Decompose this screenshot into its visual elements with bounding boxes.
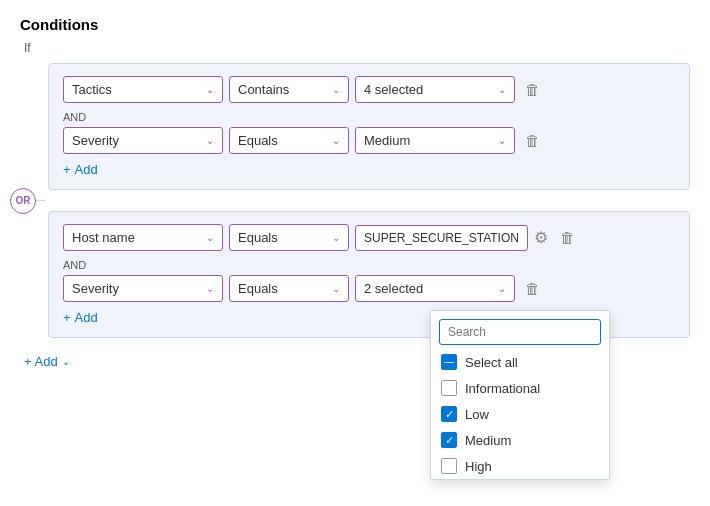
- chevron-down-icon: ⌄: [206, 283, 214, 294]
- condition-row-1-2: Severity ⌄ Equals ⌄ Medium ⌄ 🗑: [63, 127, 675, 154]
- page-title: Conditions: [20, 16, 690, 33]
- checkbox-informational[interactable]: [441, 380, 457, 396]
- operator-select-contains[interactable]: Contains ⌄: [229, 76, 349, 103]
- field-select-severity-2[interactable]: Severity ⌄: [63, 275, 223, 302]
- caret-down-icon: ⌄: [62, 356, 70, 367]
- chevron-down-icon: ⌄: [206, 135, 214, 146]
- conditions-page: Conditions If Tactics ⌄ Contains ⌄ 4 sel…: [0, 0, 710, 385]
- field-select-tactics[interactable]: Tactics ⌄: [63, 76, 223, 103]
- checkbox-high[interactable]: [441, 458, 457, 474]
- or-connector: OR: [26, 200, 690, 201]
- field-select-severity-1[interactable]: Severity ⌄: [63, 127, 223, 154]
- chevron-down-icon: ⌄: [332, 232, 340, 243]
- delete-row-2-2-button[interactable]: 🗑: [521, 278, 544, 299]
- operator-select-equals-1[interactable]: Equals ⌄: [229, 127, 349, 154]
- and-label-1: AND: [63, 111, 675, 123]
- value-select-4selected[interactable]: 4 selected ⌄: [355, 76, 515, 103]
- field-select-hostname[interactable]: Host name ⌄: [63, 224, 223, 251]
- if-label: If: [24, 41, 690, 55]
- dropdown-item-high[interactable]: High: [431, 453, 609, 479]
- condition-row-2-1: Host name ⌄ Equals ⌄ SUPER_SECURE_STATIO…: [63, 224, 675, 251]
- condition-row-2-2: Severity ⌄ Equals ⌄ 2 selected ⌄ 🗑: [63, 275, 675, 302]
- checkbox-low[interactable]: [441, 406, 457, 422]
- delete-row-2-1-button[interactable]: 🗑: [556, 227, 579, 248]
- checkbox-medium[interactable]: [441, 432, 457, 448]
- chevron-down-icon: ⌄: [332, 283, 340, 294]
- condition-block-1: Tactics ⌄ Contains ⌄ 4 selected ⌄ 🗑 AND …: [48, 63, 690, 190]
- add-condition-2-button[interactable]: + Add: [63, 310, 98, 325]
- delete-row-1-1-button[interactable]: 🗑: [521, 79, 544, 100]
- severity-dropdown: Select all Informational Low Medium High: [430, 310, 610, 480]
- value-select-medium[interactable]: Medium ⌄: [355, 127, 515, 154]
- checkbox-selectall[interactable]: [441, 354, 457, 370]
- root-add-button[interactable]: + Add ⌄: [24, 354, 70, 369]
- dropdown-item-informational[interactable]: Informational: [431, 375, 609, 401]
- chevron-down-icon: ⌄: [332, 84, 340, 95]
- operator-select-equals-3[interactable]: Equals ⌄: [229, 275, 349, 302]
- chevron-down-icon: ⌄: [498, 135, 506, 146]
- and-label-2: AND: [63, 259, 675, 271]
- chevron-down-icon: ⌄: [498, 84, 506, 95]
- add-condition-1-button[interactable]: + Add: [63, 162, 98, 177]
- chevron-down-icon: ⌄: [332, 135, 340, 146]
- operator-select-equals-2[interactable]: Equals ⌄: [229, 224, 349, 251]
- chevron-down-icon: ⌄: [498, 283, 506, 294]
- chevron-down-icon: ⌄: [206, 232, 214, 243]
- condition-row-1-1: Tactics ⌄ Contains ⌄ 4 selected ⌄ 🗑: [63, 76, 675, 103]
- or-badge: OR: [10, 188, 36, 214]
- config-icon[interactable]: ⚙: [534, 228, 548, 247]
- chevron-down-icon: ⌄: [206, 84, 214, 95]
- value-select-2selected[interactable]: 2 selected ⌄: [355, 275, 515, 302]
- dropdown-item-selectall[interactable]: Select all: [431, 349, 609, 375]
- value-display-hostname[interactable]: SUPER_SECURE_STATION: [355, 225, 528, 251]
- dropdown-item-low[interactable]: Low: [431, 401, 609, 427]
- dropdown-search-input[interactable]: [439, 319, 601, 345]
- dropdown-item-medium[interactable]: Medium: [431, 427, 609, 453]
- delete-row-1-2-button[interactable]: 🗑: [521, 130, 544, 151]
